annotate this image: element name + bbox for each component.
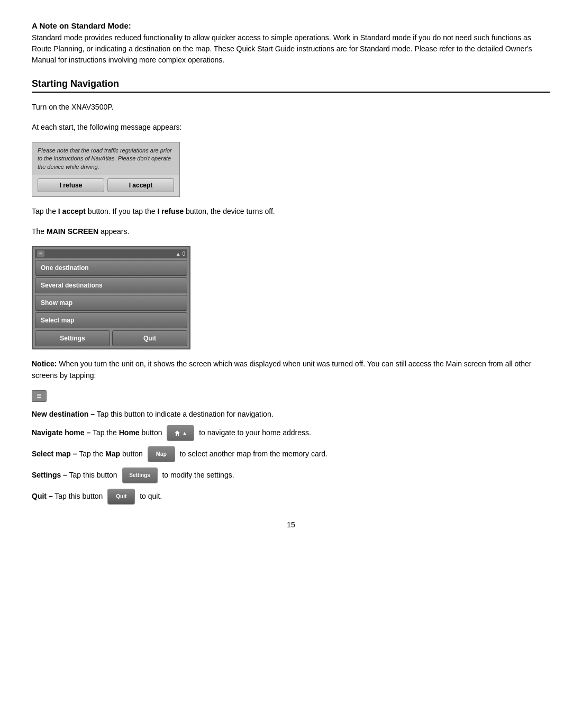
item-settings: Settings – Tap this button Settings to m… <box>32 468 550 483</box>
para-tap-accept: Tap the I accept button. If you tap the … <box>32 205 550 217</box>
main-screen-image: ≡ ▲ 0 One destination Several destinatio… <box>32 246 190 349</box>
home-icon <box>174 430 180 436</box>
map-btn-label: Map <box>156 450 167 459</box>
home-btn-display: ▲ <box>167 426 194 441</box>
item-navigate-home-text2: to navigate to your home address. <box>199 428 311 437</box>
header-left: ≡ <box>37 250 44 257</box>
dialog-i-refuse: I refuse <box>38 178 104 192</box>
dialog-i-accept: I accept <box>107 178 174 192</box>
quit-btn-label: Quit <box>116 492 126 501</box>
menu-footer: Settings Quit <box>35 330 187 346</box>
item-select-map-term: Select map – <box>32 450 77 458</box>
settings-btn-label: Settings <box>129 471 150 480</box>
map-button-image: Map <box>148 446 175 462</box>
para4-suffix: appears. <box>98 227 129 236</box>
para-each-start: At each start, the following message app… <box>32 121 550 133</box>
para3-refuse: I refuse <box>157 207 184 215</box>
note-body: Standard mode provides reduced functiona… <box>32 32 550 66</box>
hamburger-icon-row <box>32 390 550 402</box>
menu-quit: Quit <box>112 330 187 346</box>
settings-button-image: Settings <box>122 468 158 483</box>
quit-button-image: Quit <box>107 489 135 505</box>
item-quit-text2: to quit. <box>140 492 162 500</box>
main-screen-header: ≡ ▲ 0 <box>35 249 187 258</box>
item-settings-text1: Tap this button <box>69 471 120 479</box>
para4-prefix: The <box>32 227 47 236</box>
warning-dialog-image: Please note that the road traffic regula… <box>32 142 180 197</box>
item-quit-term: Quit – <box>32 492 53 500</box>
page-number: 15 <box>32 520 550 529</box>
home-button-image: ▲ <box>167 425 194 441</box>
settings-btn-display: Settings <box>123 468 157 483</box>
menu-show-map: Show map <box>35 295 187 311</box>
para4-main: MAIN SCREEN <box>47 227 98 236</box>
item-new-destination-term: New destination – <box>32 410 95 418</box>
section-starting-navigation: Starting Navigation Turn on the XNAV3500… <box>32 78 550 505</box>
menu-several-destinations: Several destinations <box>35 277 187 293</box>
item-settings-term: Settings – <box>32 471 67 479</box>
map-bold: Map <box>105 450 120 458</box>
home-bold: Home <box>119 428 140 437</box>
item-quit: Quit – Tap this button Quit to quit. <box>32 489 550 505</box>
notice-text: When you turn the unit on, it shows the … <box>32 359 531 380</box>
quit-btn-display: Quit <box>108 489 134 504</box>
menu-one-destination: One destination <box>35 260 187 276</box>
menu-settings: Settings <box>35 330 110 346</box>
section-title: Starting Navigation <box>32 78 550 93</box>
item-new-destination-text: Tap this button to indicate a destinatio… <box>97 410 274 418</box>
item-select-map: Select map – Tap the Map button Map to s… <box>32 446 550 462</box>
notice-label: Notice: <box>32 359 57 368</box>
dialog-buttons-row: I refuse I accept <box>32 175 179 196</box>
header-right: ▲ 0 <box>176 251 185 257</box>
item-quit-text1: Tap this button <box>54 492 105 500</box>
map-btn-display: Map <box>148 447 175 462</box>
menu-select-map: Select map <box>35 312 187 328</box>
para3-accept: I accept <box>58 207 86 215</box>
svg-marker-0 <box>175 430 180 436</box>
item-new-destination: New destination – Tap this button to ind… <box>32 408 550 420</box>
dialog-text: Please note that the road traffic regula… <box>32 142 179 175</box>
notice-paragraph: Notice: When you turn the unit on, it sh… <box>32 358 550 382</box>
item-navigate-home: Navigate home – Tap the Home button ▲ to… <box>32 425 550 441</box>
note-section: A Note on Standard Mode: Standard mode p… <box>32 21 550 66</box>
para-main-screen: The MAIN SCREEN appears. <box>32 226 550 237</box>
item-navigate-home-term: Navigate home – <box>32 428 90 437</box>
item-select-map-text1: Tap the Map button <box>79 450 145 458</box>
hamburger-icon <box>32 390 47 402</box>
para3-prefix: Tap the <box>32 207 58 215</box>
para3-suffix: button, the device turns off. <box>184 207 275 215</box>
para3-middle: button. If you tap the <box>86 207 157 215</box>
para-turn-on: Turn on the XNAV3500P. <box>32 101 550 113</box>
home-btn-label: ▲ <box>182 429 187 437</box>
item-select-map-text2: to select another map from the memory ca… <box>180 450 328 458</box>
item-navigate-home-text1: Tap the Home button <box>93 428 164 437</box>
note-title: A Note on Standard Mode: <box>32 21 550 30</box>
item-settings-text2: to modify the settings. <box>162 471 234 479</box>
